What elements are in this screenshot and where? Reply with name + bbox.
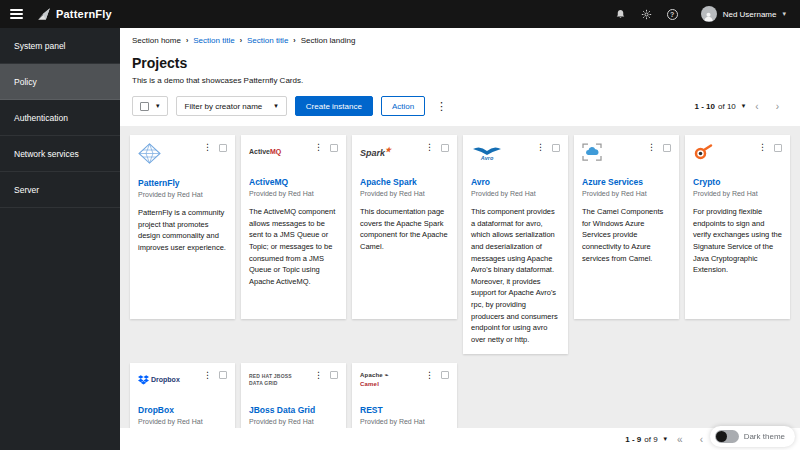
- brand-logo: PatternFly: [37, 7, 112, 21]
- filter-dropdown-label: Filter by creator name: [185, 102, 263, 111]
- avro-logo: Avro: [471, 143, 503, 161]
- dropbox-logo: Dropbox: [138, 371, 180, 389]
- action-button[interactable]: Action: [381, 96, 425, 116]
- card-checkbox[interactable]: [219, 144, 227, 152]
- create-instance-button[interactable]: Create instance: [295, 96, 373, 116]
- card-title-link[interactable]: JBoss Data Grid: [249, 405, 338, 415]
- bell-icon[interactable]: [615, 9, 626, 20]
- sidebar-item[interactable]: System panel: [0, 28, 120, 64]
- card-kebab-menu-icon[interactable]: ⋮: [536, 143, 545, 152]
- card-description: PatternFly is a community project that p…: [138, 207, 227, 254]
- card-kebab-menu-icon[interactable]: ⋮: [425, 143, 434, 152]
- card-provider: Provided by Red Hat: [249, 190, 338, 197]
- crypto-logo: [693, 143, 713, 161]
- pagination-menu-toggle[interactable]: ▾: [742, 102, 746, 110]
- bulk-select-dropdown[interactable]: ▾: [132, 96, 168, 116]
- card-title-link[interactable]: PatternFly: [138, 178, 227, 188]
- breadcrumb: › Section home › Section title › Section…: [132, 36, 786, 45]
- card-kebab-menu-icon[interactable]: ⋮: [647, 143, 656, 152]
- sidebar-item-label: Server: [14, 185, 39, 195]
- card-description: The ActiveMQ component allows messages t…: [249, 206, 338, 287]
- card-checkbox[interactable]: [219, 371, 227, 379]
- card-provider: Provided by Red Hat: [360, 190, 449, 197]
- card-description: This component provides a dataformat for…: [471, 206, 560, 346]
- user-name: Ned Username: [723, 10, 777, 19]
- project-card: RED HAT JBOSSDATA GRID ⋮ JBoss Data Grid…: [241, 363, 346, 429]
- toolbar: ▾ Filter by creator name ▾ Create instan…: [132, 96, 786, 116]
- project-card: Dropbox ⋮ DropBox Provided by Red Hat Th…: [130, 363, 235, 429]
- filter-dropdown[interactable]: Filter by creator name ▾: [176, 96, 287, 116]
- toolbar-kebab-menu[interactable]: ⋮: [433, 101, 450, 112]
- card-provider: Provided by Red Hat: [360, 418, 449, 425]
- theme-switcher: Dark theme: [710, 426, 795, 447]
- next-page-button[interactable]: ›: [769, 101, 786, 112]
- azure-logo: [582, 143, 602, 161]
- breadcrumb-item[interactable]: › Section title: [186, 36, 235, 45]
- card-provider: Provided by Red Hat: [249, 418, 338, 425]
- patternfly-logo: [138, 143, 161, 164]
- project-card: ⋮ Crypto Provided by Red Hat For providi…: [685, 135, 790, 319]
- bottom-pagination: 1 - 9 of 9 ▾ « ‹: [625, 434, 710, 445]
- previous-page-button[interactable]: ‹: [748, 101, 765, 112]
- card-provider: Provided by Red Hat: [138, 191, 227, 198]
- dark-theme-toggle[interactable]: [715, 430, 739, 443]
- breadcrumb-item[interactable]: › Section title: [240, 36, 289, 45]
- card-title-link[interactable]: Avro: [471, 177, 560, 187]
- previous-page-button[interactable]: ‹: [693, 434, 710, 445]
- card-checkbox[interactable]: [441, 144, 449, 152]
- card-title-link[interactable]: Azure Services: [582, 177, 671, 187]
- patternfly-arrow-icon: [37, 7, 51, 21]
- card-kebab-menu-icon[interactable]: ⋮: [314, 371, 323, 380]
- main-content: › Section home › Section title › Section…: [120, 28, 800, 450]
- dark-theme-label: Dark theme: [744, 432, 785, 441]
- card-title-link[interactable]: DropBox: [138, 405, 227, 415]
- breadcrumb-item: › Section landing: [293, 36, 355, 45]
- card-title-link[interactable]: Apache Spark: [360, 177, 449, 187]
- sidebar-item[interactable]: Server: [0, 172, 120, 208]
- nav-toggle-hamburger-icon[interactable]: [10, 9, 23, 19]
- breadcrumb-separator-icon: ›: [240, 37, 242, 44]
- card-title-link[interactable]: REST: [360, 405, 449, 415]
- card-checkbox[interactable]: [330, 371, 338, 379]
- sidebar-item-label: System panel: [14, 41, 66, 51]
- sidebar-item-label: Authentication: [14, 113, 68, 123]
- gear-icon[interactable]: [641, 9, 652, 20]
- card-description: For providing flexible endpoints to sign…: [693, 206, 782, 276]
- avatar: [701, 6, 717, 22]
- pagination-total: of 9: [644, 435, 657, 444]
- project-card: Apache ⌁Camel ⋮ REST Provided by Red Hat…: [352, 363, 457, 429]
- card-description: This documentation page covers the Apach…: [360, 206, 449, 253]
- pagination-range: 1 - 10: [695, 102, 715, 111]
- help-icon[interactable]: ?: [667, 9, 678, 20]
- page-title: Projects: [132, 55, 786, 71]
- brand-name: PatternFly: [56, 8, 112, 20]
- sidebar-item[interactable]: Policy: [0, 64, 120, 100]
- card-kebab-menu-icon[interactable]: ⋮: [203, 371, 212, 380]
- pagination-menu-toggle[interactable]: ▾: [664, 435, 668, 443]
- card-kebab-menu-icon[interactable]: ⋮: [314, 143, 323, 152]
- card-checkbox[interactable]: [330, 144, 338, 152]
- card-checkbox[interactable]: [552, 144, 560, 152]
- bottom-pagination-bar: 1 - 9 of 9 ▾ « ‹: [120, 428, 800, 450]
- breadcrumb-item: › Section home: [132, 36, 181, 45]
- sidebar-item[interactable]: Network services: [0, 136, 120, 172]
- jboss-logo: RED HAT JBOSSDATA GRID: [249, 371, 292, 389]
- breadcrumb-separator-icon: ›: [186, 37, 188, 44]
- sidebar-item[interactable]: Authentication: [0, 100, 120, 136]
- card-title-link[interactable]: Crypto: [693, 177, 782, 187]
- card-kebab-menu-icon[interactable]: ⋮: [425, 371, 434, 380]
- first-page-button[interactable]: «: [670, 434, 690, 445]
- pagination-range: 1 - 9: [625, 435, 641, 444]
- user-menu[interactable]: Ned Username ▾: [701, 6, 786, 22]
- card-checkbox[interactable]: [774, 144, 782, 152]
- card-kebab-menu-icon[interactable]: ⋮: [758, 143, 767, 152]
- spark-logo: Spark★: [360, 143, 391, 161]
- sidebar-item-label: Network services: [14, 149, 79, 159]
- card-title-link[interactable]: ActiveMQ: [249, 177, 338, 187]
- card-checkbox[interactable]: [663, 144, 671, 152]
- bulk-select-checkbox[interactable]: [140, 102, 149, 111]
- card-checkbox[interactable]: [441, 371, 449, 379]
- card-kebab-menu-icon[interactable]: ⋮: [203, 143, 212, 152]
- sidebar-nav: System panel Policy Authentication Netwo…: [0, 28, 120, 450]
- activemq-logo: ActiveMQ: [249, 143, 281, 161]
